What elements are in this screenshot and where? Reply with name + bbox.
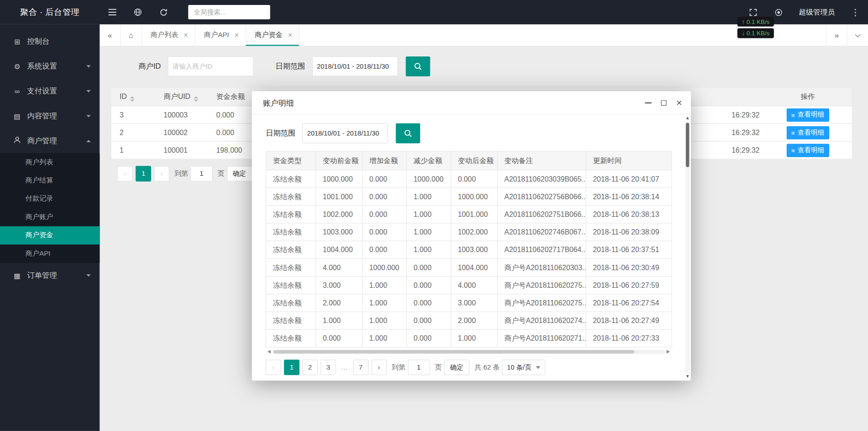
cell-fund-type: 冻结余额 <box>266 241 316 258</box>
merchant-icon <box>12 129 22 154</box>
page-unit-label: 页 <box>435 363 442 372</box>
page-ellipsis: … <box>339 363 350 371</box>
cell-before-amount: 1.000 <box>316 312 363 329</box>
current-user-menu[interactable]: 超级管理员 <box>791 7 843 17</box>
view-detail-button[interactable]: ≡查看明细 <box>786 144 829 157</box>
cell-update-time: 2018-11-06 20:38:13 <box>586 206 672 223</box>
scrollbar-thumb[interactable] <box>274 350 635 353</box>
scroll-down-button[interactable]: ▼ <box>685 374 690 380</box>
close-icon[interactable]: × <box>235 31 239 39</box>
cell-sub-amount: 0.000 <box>406 312 451 329</box>
goto-page-input[interactable] <box>190 166 212 181</box>
page-button-3[interactable]: 3 <box>321 360 336 375</box>
scroll-left-button[interactable]: ◀ <box>266 348 273 355</box>
tab-merchant-api[interactable]: 商户API × <box>195 24 246 46</box>
maximize-button[interactable] <box>661 100 667 106</box>
sidebar-item-merchant-management[interactable]: 商户管理 <box>0 128 99 153</box>
goto-confirm-button[interactable]: 确定 <box>226 166 252 181</box>
goto-label: 到第 <box>175 169 189 178</box>
page-button-1[interactable]: 1 <box>284 360 299 375</box>
next-page-button[interactable]: › <box>371 360 387 375</box>
tab-merchant-list[interactable]: 商户列表 × <box>142 24 195 46</box>
cell-sub-amount: 1000.000 <box>406 170 451 188</box>
view-detail-button[interactable]: ≡查看明细 <box>786 108 829 121</box>
sort-icon[interactable] <box>130 96 135 101</box>
sidebar-toggle-button[interactable] <box>99 0 125 24</box>
sidebar-subitem-merchant-list[interactable]: 商户列表 <box>0 153 99 171</box>
expand-tabs-button[interactable]: » <box>826 24 847 46</box>
close-icon[interactable]: × <box>184 31 188 39</box>
sidebar-item-payment-settings[interactable]: ∞支付设置 <box>0 79 99 103</box>
cell-sub-amount: 0.000 <box>406 294 451 312</box>
scrollbar-track[interactable] <box>685 122 690 373</box>
filter-bar: 商户ID 日期范围 <box>138 56 868 76</box>
cell-time: 16:29:32 <box>719 141 764 159</box>
cell-uid: 100003 <box>155 106 208 123</box>
column-header-uid[interactable]: 商户UID <box>155 88 208 106</box>
cell-after-amount: 1000.000 <box>451 188 497 206</box>
scroll-right-button[interactable]: ▶ <box>665 348 672 355</box>
cell-after-amount: 3.000 <box>451 294 497 312</box>
goto-page-input[interactable] <box>408 360 430 375</box>
column-header-action: 操作 <box>764 88 852 106</box>
scroll-up-button[interactable]: ▲ <box>685 115 690 122</box>
page-size-value: 10 条/页 <box>507 363 531 372</box>
home-tab-button[interactable]: ⌂ <box>121 24 142 46</box>
sidebar-subitem-payment-records[interactable]: 付款记录 <box>0 190 99 208</box>
more-actions-button[interactable]: ⋮ <box>843 0 868 24</box>
horizontal-scrollbar[interactable]: ◀ ▶ <box>266 348 672 355</box>
modal-date-range-input[interactable] <box>302 123 388 143</box>
search-button[interactable] <box>406 56 430 76</box>
sidebar-subitem-merchant-api[interactable]: 商户API <box>0 244 99 262</box>
sidebar-item-console[interactable]: ⊞控制台 <box>0 29 99 54</box>
sidebar-subitem-merchant-settlement[interactable]: 商户结算 <box>0 172 99 190</box>
date-range-label: 日期范围 <box>266 128 296 138</box>
close-modal-button[interactable]: × <box>676 98 682 108</box>
cell-add-amount: 0.000 <box>362 188 406 206</box>
page-size-select[interactable]: 10 条/页 <box>502 360 545 375</box>
chevron-down-icon <box>86 65 91 67</box>
cell-remark: 商户号A2018110620275... <box>497 276 586 294</box>
sort-icon[interactable] <box>193 96 198 102</box>
sidebar-subitem-merchant-account[interactable]: 商户账户 <box>0 208 99 226</box>
collapse-tabs-button[interactable]: « <box>99 24 121 46</box>
sidebar-item-order-management[interactable]: ▦订单管理 <box>0 263 99 288</box>
prev-page-button[interactable]: ‹ <box>118 166 133 181</box>
sidebar-item-system-settings[interactable]: ⚙系统设置 <box>0 54 99 79</box>
page-button-7[interactable]: 7 <box>353 360 368 375</box>
column-header-before-amount: 变动前金额 <box>316 151 363 170</box>
cell-before-amount: 1001.000 <box>316 188 363 206</box>
modal-title-bar: 账户明细 × <box>252 91 691 114</box>
merchant-id-input[interactable] <box>167 56 253 76</box>
column-header-id[interactable]: ID <box>111 88 156 106</box>
refresh-button[interactable] <box>151 0 176 24</box>
minimize-icon <box>645 103 652 103</box>
vertical-scrollbar[interactable]: ▲ ▼ <box>685 115 690 380</box>
page-button-2[interactable]: 2 <box>302 360 318 375</box>
tab-label: 商户API <box>204 30 229 40</box>
scrollbar-track[interactable] <box>272 350 665 354</box>
minimize-button[interactable] <box>645 103 652 103</box>
cell-add-amount: 0.000 <box>362 223 406 241</box>
close-icon[interactable]: × <box>288 31 292 39</box>
view-detail-button[interactable]: ≡查看明细 <box>786 126 829 139</box>
language-button[interactable] <box>125 0 151 24</box>
sidebar: ⊞控制台 ⚙系统设置 ∞支付设置 ▤内容管理 商户管理 商户列表 商户结算 付款… <box>0 24 99 431</box>
cell-id: 3 <box>111 106 156 123</box>
next-page-button[interactable]: › <box>154 166 169 181</box>
upload-speed-badge: ↑ 0.1 KB/s <box>737 17 774 27</box>
tab-merchant-funds[interactable]: 商户资金 × <box>246 24 299 46</box>
modal-search-button[interactable] <box>396 123 420 143</box>
sidebar-item-label: 订单管理 <box>27 271 57 279</box>
tab-list-dropdown-button[interactable] <box>847 24 868 46</box>
page-button-1[interactable]: 1 <box>136 166 151 181</box>
global-search-input[interactable] <box>188 5 270 19</box>
cell-sub-amount: 0.000 <box>406 329 451 347</box>
scrollbar-thumb[interactable] <box>686 123 689 167</box>
prev-page-button[interactable]: ‹ <box>266 360 281 375</box>
date-range-input[interactable] <box>312 56 398 76</box>
sidebar-subitem-merchant-funds[interactable]: 商户资金 <box>0 226 99 244</box>
sidebar-item-content-management[interactable]: ▤内容管理 <box>0 103 99 128</box>
table-row: 冻结余额 1002.000 0.000 1.000 1001.000 A2018… <box>266 206 672 223</box>
goto-confirm-button[interactable]: 确定 <box>444 360 469 375</box>
